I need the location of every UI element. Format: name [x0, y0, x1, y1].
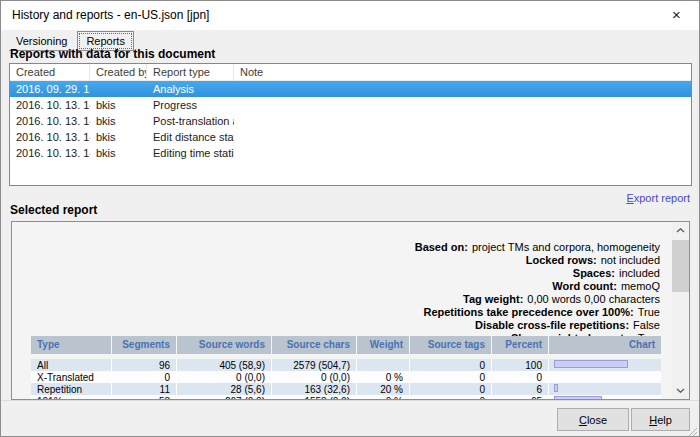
stat-row-x-translated: X-Translated00 (0,0)0 (0,0)0 %00: [31, 371, 661, 383]
report-cell-report_type: Editing time statistics: [147, 145, 234, 161]
help-button[interactable]: Help: [631, 408, 690, 431]
scroll-up-icon[interactable]: [672, 222, 689, 239]
report-cell-created: 2016. 10. 13. 14:40: [10, 129, 90, 145]
reports-list-body: 2016. 09. 29. 14:30Analysis2016. 10. 13.…: [10, 81, 691, 161]
stat-column-header-segments: Segments: [111, 336, 176, 354]
report-cell-report_type: Analysis: [147, 81, 234, 97]
setting-tag-weight: Tag weight:0,00 words 0,00 characters: [415, 293, 660, 306]
setting-value: False: [633, 319, 660, 331]
percent-bar: [554, 360, 628, 368]
report-cell-report_type: Edit distance statistics: [147, 129, 234, 145]
setting-label: Spaces:: [573, 267, 615, 279]
stat-row-repetition: Repetition1128 (5,6)163 (32,6)20 %06: [31, 383, 661, 395]
setting-value: 0,00 words 0,00 characters: [527, 293, 660, 305]
column-header-note[interactable]: Note: [234, 64, 691, 81]
stat-cell-source_words: 405 (58,9): [176, 359, 271, 371]
stat-cell-source_chars: 2579 (504,7): [271, 359, 356, 371]
stat-cell-chart: [548, 371, 661, 383]
stat-cell-source_words: 0 (0,0): [176, 371, 271, 383]
stat-cell-type: Repetition: [31, 383, 111, 395]
export-report-link[interactable]: Export report: [626, 192, 690, 204]
stat-cell-type: X-Translated: [31, 371, 111, 383]
setting-word-count: Word count:memoQ: [415, 280, 660, 293]
report-cell-created: 2016. 10. 13. 14:39: [10, 97, 90, 113]
stat-cell-source_chars: 163 (32,6): [271, 383, 356, 395]
report-row-progress[interactable]: 2016. 10. 13. 14:39bkisProgress: [10, 97, 691, 113]
history-and-reports-dialog: History and reports - en-US.json [jpn] ×…: [0, 0, 700, 437]
stat-cell-percent: 100: [491, 359, 548, 371]
setting-value: True: [638, 306, 660, 318]
stat-cell-source_tags: 0: [409, 371, 491, 383]
stat-column-header-source-chars: Source chars: [271, 336, 356, 354]
report-cell-note: [234, 81, 691, 97]
report-row-edit-distance-statistics[interactable]: 2016. 10. 13. 14:40bkisEdit distance sta…: [10, 129, 691, 145]
report-cell-created_by: bkis: [90, 129, 147, 145]
report-cell-note: [234, 145, 691, 161]
report-cell-created_by: [90, 81, 147, 97]
setting-label: Repetitions take precedence over 100%:: [423, 306, 633, 318]
setting-label: Tag weight:: [463, 293, 523, 305]
report-cell-created_by: bkis: [90, 97, 147, 113]
stat-column-header-type: Type: [31, 336, 111, 354]
setting-label: Locked rows:: [526, 254, 597, 266]
setting-spaces: Spaces:included: [415, 267, 660, 280]
column-header-created[interactable]: Created: [10, 64, 90, 81]
close-icon: ×: [672, 6, 681, 23]
report-table-body: All96405 (58,9)2579 (504,7)0100X-Transla…: [31, 359, 661, 400]
titlebar: History and reports - en-US.json [jpn] ×: [1, 1, 699, 30]
percent-bar: [554, 384, 558, 392]
stat-column-header-weight: Weight: [356, 336, 409, 354]
stat-cell-segments: 96: [111, 359, 176, 371]
report-cell-created: 2016. 09. 29. 14:30: [10, 81, 90, 97]
stat-cell-source_chars: 0 (0,0): [271, 371, 356, 383]
stat-cell-segments: 11: [111, 383, 176, 395]
stat-column-header-source-words: Source words: [176, 336, 271, 354]
stat-cell-percent: 0: [491, 371, 548, 383]
stat-cell-source_words: 28 (5,6): [176, 383, 271, 395]
report-statistics-table: TypeSegmentsSource wordsSource charsWeig…: [31, 336, 661, 400]
close-button[interactable]: Close: [557, 408, 629, 431]
scrollbar-thumb[interactable]: [672, 240, 689, 292]
setting-label: Disable cross-file repetitions:: [475, 319, 629, 331]
setting-value: project TMs and corpora, homogeneity: [472, 241, 660, 253]
report-cell-created: 2016. 10. 13. 14:40: [10, 145, 90, 161]
stat-column-header-chart: Chart: [548, 336, 661, 354]
report-cell-note: [234, 129, 691, 145]
reports-section-heading: Reports with data for this document: [10, 47, 215, 61]
report-cell-created_by: bkis: [90, 113, 147, 129]
stat-row-all: All96405 (58,9)2579 (504,7)0100: [31, 359, 661, 371]
window-title: History and reports - en-US.json [jpn]: [12, 8, 209, 22]
stat-column-header-source-tags: Source tags: [409, 336, 491, 354]
reports-list-header: CreatedCreated byReport typeNote: [10, 64, 691, 81]
setting-label: Word count:: [552, 280, 617, 292]
report-cell-created_by: bkis: [90, 145, 147, 161]
stat-cell-segments: 0: [111, 371, 176, 383]
stat-cell-weight: 20 %: [356, 383, 409, 395]
stat-cell-weight: 0 %: [356, 371, 409, 383]
report-table-header: TypeSegmentsSource wordsSource charsWeig…: [31, 336, 661, 354]
selected-report-panel: Based on:project TMs and corpora, homoge…: [11, 221, 690, 400]
resize-grip[interactable]: [686, 423, 698, 435]
stat-cell-weight: [356, 359, 409, 371]
setting-value: not included: [601, 254, 660, 266]
stat-column-header-percent: Percent: [491, 336, 548, 354]
setting-disable-cross-file-repetitions: Disable cross-file repetitions:False: [415, 319, 660, 332]
panel-scrollbar[interactable]: [672, 222, 689, 399]
stat-cell-chart: [548, 359, 661, 371]
setting-value: memoQ: [621, 280, 660, 292]
setting-locked-rows: Locked rows:not included: [415, 254, 660, 267]
report-row-post-translation-analysis[interactable]: 2016. 10. 13. 14:40bkisPost-translation …: [10, 113, 691, 129]
column-header-created-by[interactable]: Created by: [90, 64, 147, 81]
report-cell-note: [234, 97, 691, 113]
report-cell-created: 2016. 10. 13. 14:40: [10, 113, 90, 129]
report-row-editing-time-statistics[interactable]: 2016. 10. 13. 14:40bkisEditing time stat…: [10, 145, 691, 161]
setting-based-on: Based on:project TMs and corpora, homoge…: [415, 241, 660, 254]
scroll-down-icon[interactable]: [672, 382, 689, 399]
report-row-analysis[interactable]: 2016. 09. 29. 14:30Analysis: [10, 81, 691, 97]
selected-report-heading: Selected report: [10, 203, 97, 217]
setting-value: included: [619, 267, 660, 279]
stat-cell-source_tags: 0: [409, 359, 491, 371]
window-close-button[interactable]: ×: [654, 1, 699, 30]
report-cell-report_type: Progress: [147, 97, 234, 113]
column-header-report-type[interactable]: Report type: [147, 64, 234, 81]
